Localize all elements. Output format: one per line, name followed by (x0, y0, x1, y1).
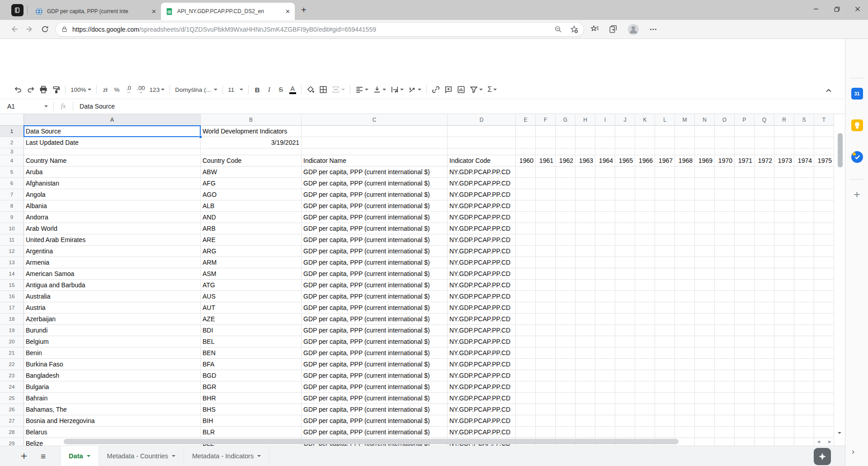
cell[interactable]: Azerbaijan (24, 314, 201, 325)
cell[interactable] (615, 178, 635, 189)
cell[interactable] (516, 189, 536, 200)
cell[interactable] (695, 381, 715, 393)
cell[interactable] (814, 212, 834, 223)
cell[interactable] (655, 178, 675, 189)
column-header-P[interactable]: P (735, 114, 755, 126)
cell[interactable]: BIH (201, 415, 302, 427)
cell[interactable] (576, 291, 595, 302)
column-header-N[interactable]: N (695, 114, 715, 126)
cell[interactable]: NY.GDP.PCAP.PP.CD (448, 347, 516, 359)
cell[interactable] (635, 200, 655, 212)
cell[interactable] (516, 212, 536, 223)
column-header-M[interactable]: M (675, 114, 695, 126)
cell[interactable] (576, 189, 595, 200)
text-rotation-icon[interactable] (406, 83, 424, 96)
column-header-I[interactable]: I (595, 114, 615, 126)
cell[interactable] (735, 314, 755, 325)
cell[interactable] (615, 404, 635, 415)
cell[interactable] (302, 137, 448, 148)
cell[interactable] (615, 246, 635, 257)
cell[interactable] (715, 347, 735, 359)
cell[interactable] (675, 325, 695, 336)
cell[interactable] (595, 325, 615, 336)
cell[interactable] (536, 415, 556, 427)
cell[interactable] (635, 234, 655, 246)
column-header-L[interactable]: L (655, 114, 675, 126)
cell[interactable] (595, 148, 615, 155)
cell[interactable] (814, 137, 834, 148)
cell[interactable] (814, 302, 834, 314)
cell[interactable]: Burkina Faso (24, 359, 201, 370)
cell[interactable] (595, 359, 615, 370)
cell[interactable] (715, 415, 735, 427)
cell[interactable] (635, 370, 655, 381)
cell[interactable] (635, 257, 655, 268)
font-size-select[interactable]: 11 (226, 83, 245, 96)
cell[interactable]: Armenia (24, 257, 201, 268)
cell[interactable]: NY.GDP.PCAP.PP.CD (448, 393, 516, 404)
cell[interactable] (814, 370, 834, 381)
cell[interactable] (735, 148, 755, 155)
column-header-R[interactable]: R (774, 114, 794, 126)
cell[interactable] (536, 280, 556, 291)
cell[interactable] (675, 178, 695, 189)
cell[interactable] (635, 347, 655, 359)
column-header-G[interactable]: G (556, 114, 576, 126)
cell[interactable] (774, 166, 794, 178)
cell[interactable] (635, 148, 655, 155)
tab-workspaces-icon[interactable] (11, 4, 24, 16)
cell[interactable] (615, 212, 635, 223)
row-header-16[interactable]: 16 (0, 291, 24, 302)
cell[interactable] (755, 246, 774, 257)
cell[interactable] (695, 291, 715, 302)
cell[interactable] (735, 280, 755, 291)
row-header-9[interactable]: 9 (0, 212, 24, 223)
cell[interactable]: NY.GDP.PCAP.PP.CD (448, 427, 516, 438)
cell[interactable] (715, 166, 735, 178)
cell[interactable] (695, 189, 715, 200)
cell[interactable] (755, 212, 774, 223)
cell[interactable] (655, 359, 675, 370)
cell[interactable]: Arab World (24, 223, 201, 234)
cell[interactable]: Andorra (24, 212, 201, 223)
cell[interactable]: Australia (24, 291, 201, 302)
sheet-tab-metadata-indicators[interactable]: Metadata - Indicators (184, 446, 269, 466)
cell[interactable] (715, 427, 735, 438)
cell[interactable] (794, 359, 814, 370)
cell[interactable]: NY.GDP.PCAP.PP.CD (448, 268, 516, 280)
insert-link-icon[interactable] (429, 83, 442, 96)
column-header-J[interactable]: J (615, 114, 635, 126)
cell[interactable] (735, 393, 755, 404)
cell[interactable]: 1965 (615, 155, 635, 166)
cell[interactable]: Bahrain (24, 393, 201, 404)
cell[interactable] (615, 427, 635, 438)
cell[interactable] (735, 415, 755, 427)
insert-comment-icon[interactable] (442, 83, 455, 96)
cell[interactable] (516, 200, 536, 212)
cell[interactable] (715, 314, 735, 325)
cell[interactable] (794, 268, 814, 280)
cell[interactable] (755, 415, 774, 427)
cell[interactable] (755, 302, 774, 314)
cell[interactable] (774, 148, 794, 155)
cell[interactable]: 1973 (774, 155, 794, 166)
cell[interactable] (595, 257, 615, 268)
cell[interactable]: GDP per capita, PPP (current internation… (302, 393, 448, 404)
zoom-select[interactable]: 100% (68, 83, 94, 96)
cell[interactable] (576, 393, 595, 404)
cell[interactable] (556, 415, 576, 427)
text-wrap-icon[interactable] (388, 83, 406, 96)
cell[interactable]: NY.GDP.PCAP.PP.CD (448, 336, 516, 347)
column-header-Q[interactable]: Q (755, 114, 774, 126)
cell[interactable] (655, 404, 675, 415)
cell[interactable]: GDP per capita, PPP (current internation… (302, 404, 448, 415)
row-header-3[interactable]: 3 (0, 148, 24, 155)
cell[interactable] (774, 393, 794, 404)
cell[interactable]: AZE (201, 314, 302, 325)
cell[interactable] (655, 347, 675, 359)
cell[interactable] (814, 427, 834, 438)
cell[interactable]: 1964 (595, 155, 615, 166)
row-header-12[interactable]: 12 (0, 246, 24, 257)
row-header-28[interactable]: 28 (0, 427, 24, 438)
cell[interactable] (675, 268, 695, 280)
